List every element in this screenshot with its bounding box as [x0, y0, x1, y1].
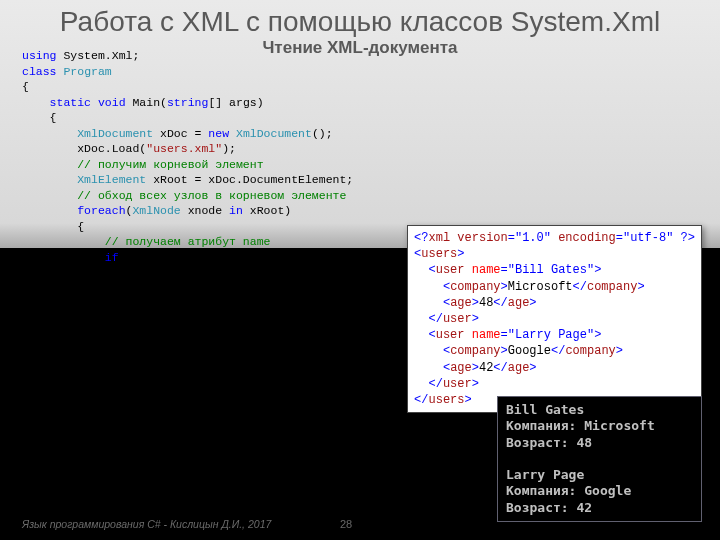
- xml-token: <: [414, 263, 436, 277]
- code-token: [22, 173, 77, 186]
- code-token: xRoot): [243, 204, 291, 217]
- code-token: [22, 189, 77, 202]
- xml-token: name: [472, 263, 501, 277]
- code-token: // обход всех узлов в корневом элементе: [77, 189, 346, 202]
- console-line: Bill Gates: [506, 402, 584, 417]
- code-token: [] args): [208, 96, 263, 109]
- code-token: System.Xml;: [57, 49, 140, 62]
- xml-token: "Larry Page": [508, 328, 594, 342]
- page-number: 28: [340, 518, 352, 530]
- xml-token: <: [414, 344, 450, 358]
- code-token: void: [98, 96, 126, 109]
- code-token: [91, 96, 98, 109]
- code-token: xnode: [181, 204, 229, 217]
- code-token: [22, 251, 105, 264]
- xml-token: >: [472, 361, 479, 375]
- code-token: string: [167, 96, 208, 109]
- xml-token: "Bill Gates": [508, 263, 594, 277]
- code-token: XmlNode: [132, 204, 180, 217]
- console-line: Larry Page: [506, 467, 584, 482]
- xml-token: user: [436, 263, 465, 277]
- xml-token: >: [501, 280, 508, 294]
- xml-token: [465, 263, 472, 277]
- xml-token: "1.0": [515, 231, 551, 245]
- xml-token: "utf-8": [623, 231, 673, 245]
- xml-token: >: [501, 344, 508, 358]
- xml-token: <: [414, 361, 450, 375]
- xml-token: age: [508, 296, 530, 310]
- code-token: Program: [63, 65, 111, 78]
- xml-token: >: [594, 263, 601, 277]
- code-token: [22, 235, 105, 248]
- xml-token: 42: [479, 361, 493, 375]
- xml-token: Microsoft: [508, 280, 573, 294]
- xml-token: </: [493, 361, 507, 375]
- xml-token: ?>: [673, 231, 695, 245]
- code-token: XmlDocument: [77, 127, 153, 140]
- xml-token: encoding: [551, 231, 616, 245]
- code-token: // получим корневой элемент: [77, 158, 263, 171]
- code-token: xDoc =: [153, 127, 208, 140]
- xml-token: company: [450, 280, 500, 294]
- xml-token: >: [472, 377, 479, 391]
- code-token: XmlDocument: [236, 127, 312, 140]
- xml-token: >: [529, 361, 536, 375]
- code-token: xDoc.Load(: [22, 142, 146, 155]
- xml-token: <: [414, 280, 450, 294]
- code-token: {: [22, 220, 84, 233]
- code-token: Main(: [126, 96, 167, 109]
- xml-token: company: [587, 280, 637, 294]
- xml-token: >: [637, 280, 644, 294]
- code-token: using: [22, 49, 57, 62]
- xml-token: >: [465, 393, 472, 407]
- console-output-box: Bill Gates Компания: Microsoft Возраст: …: [497, 396, 702, 522]
- xml-token: >: [529, 296, 536, 310]
- xml-token: =: [616, 231, 623, 245]
- page-title: Работа с XML с помощью классов System.Xm…: [0, 0, 720, 38]
- code-token: {: [22, 111, 57, 124]
- xml-token: <: [414, 328, 436, 342]
- code-token: [22, 96, 50, 109]
- code-token: [22, 158, 77, 171]
- xml-token: =: [508, 231, 515, 245]
- code-token: new: [208, 127, 229, 140]
- xml-token: xml version: [429, 231, 508, 245]
- code-token: class: [22, 65, 57, 78]
- code-token: ();: [312, 127, 333, 140]
- xml-token: 48: [479, 296, 493, 310]
- xml-token: Google: [508, 344, 551, 358]
- console-line: Компания: Microsoft: [506, 418, 655, 433]
- xml-token: users: [429, 393, 465, 407]
- xml-token: </: [414, 377, 443, 391]
- code-token: in: [229, 204, 243, 217]
- footer-text: Язык программирования C# - Кислицын Д.И.…: [22, 518, 271, 530]
- console-line: Компания: Google: [506, 483, 631, 498]
- xml-token: company: [565, 344, 615, 358]
- xml-token: >: [616, 344, 623, 358]
- xml-token: users: [421, 247, 457, 261]
- console-line: Возраст: 48: [506, 435, 592, 450]
- console-line: Возраст: 42: [506, 500, 592, 515]
- xml-token: company: [450, 344, 500, 358]
- csharp-code-block: using System.Xml; class Program { static…: [22, 48, 353, 265]
- xml-token: </: [414, 393, 428, 407]
- code-token: XmlElement: [77, 173, 146, 186]
- xml-token: age: [508, 361, 530, 375]
- xml-token: user: [443, 312, 472, 326]
- xml-token: </: [551, 344, 565, 358]
- xml-token: =: [501, 263, 508, 277]
- xml-sample-box: <?xml version="1.0" encoding="utf-8" ?> …: [407, 225, 702, 413]
- slide-top-panel: Работа с XML с помощью классов System.Xm…: [0, 0, 720, 248]
- code-token: static: [50, 96, 91, 109]
- xml-token: </: [414, 312, 443, 326]
- xml-token: >: [457, 247, 464, 261]
- code-token: [22, 204, 77, 217]
- code-token: "users.xml": [146, 142, 222, 155]
- xml-token: </: [493, 296, 507, 310]
- code-token: );: [222, 142, 236, 155]
- xml-token: <: [414, 296, 450, 310]
- xml-token: <?: [414, 231, 428, 245]
- xml-token: age: [450, 361, 472, 375]
- code-token: foreach: [77, 204, 125, 217]
- xml-token: [465, 328, 472, 342]
